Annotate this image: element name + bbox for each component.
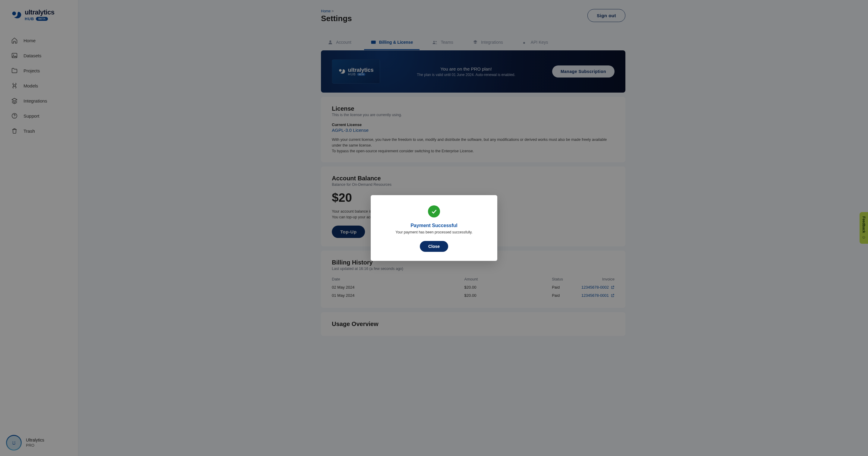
close-button[interactable]: Close xyxy=(420,241,448,252)
modal-body: Your payment has been processed successf… xyxy=(381,230,487,234)
check-icon xyxy=(428,205,440,218)
modal-overlay[interactable]: Payment Successful Your payment has been… xyxy=(0,0,868,456)
modal-title: Payment Successful xyxy=(381,223,487,228)
payment-success-modal: Payment Successful Your payment has been… xyxy=(371,195,497,261)
